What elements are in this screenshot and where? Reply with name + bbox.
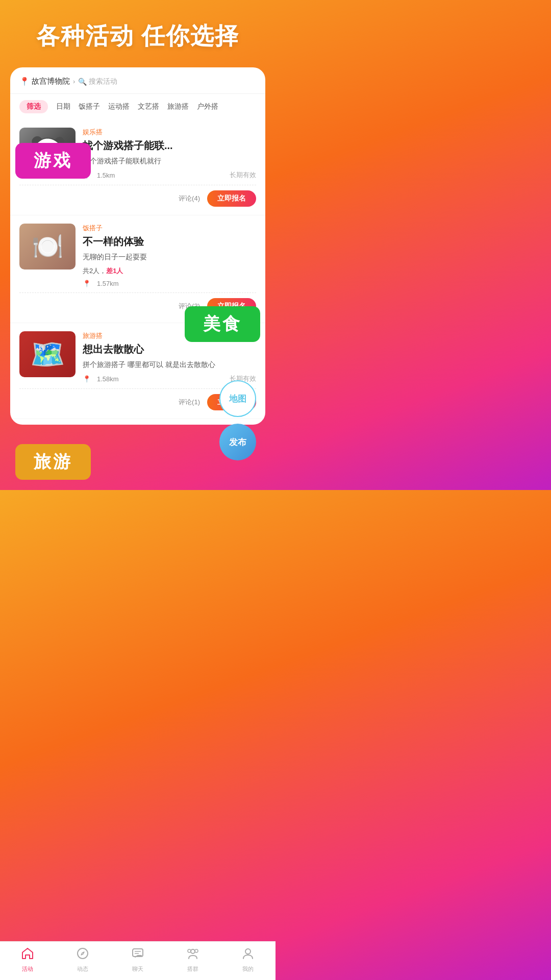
float-publish-button[interactable]: 发布 [219, 424, 256, 460]
diff-text-2: 差1人 [106, 267, 123, 275]
float-label-food: 美食 [185, 306, 260, 342]
activity-title-2: 不一样的体验 [83, 235, 256, 249]
main-card: 📍 故宫博物院 › 🔍 搜索活动 筛选 日期 饭搭子 运动搭 文艺搭 旅游搭 户… [10, 67, 265, 425]
participants-2: 共2人，差1人 [83, 266, 256, 276]
activity-category-1: 娱乐搭 [83, 128, 256, 137]
filter-row[interactable]: 筛选 日期 饭搭子 运动搭 文艺搭 旅游搭 户外搭 [10, 94, 265, 119]
filter-tag-date[interactable]: 日期 [56, 102, 70, 111]
activity-desc-2: 无聊的日子一起耍耍 [83, 252, 256, 262]
float-label-travel: 旅游 [15, 444, 91, 480]
valid-text-1: 长期有效 [230, 170, 256, 180]
location-text: 故宫博物院 [32, 77, 70, 86]
activity-top-2: 饭搭子 不一样的体验 无聊的日子一起耍耍 共2人，差1人 📍 1.57km [19, 224, 256, 287]
filter-tag-outdoor[interactable]: 户外搭 [197, 102, 218, 111]
search-icon: 🔍 [78, 78, 87, 86]
activity-desc-1: 找个游戏搭子能联机就行 [83, 156, 256, 166]
location-badge[interactable]: 📍 故宫博物院 [19, 77, 70, 86]
float-map-button[interactable]: 地图 [219, 380, 256, 417]
distance-icon-3: 📍 [83, 375, 91, 383]
activity-title-3: 想出去散散心 [83, 342, 256, 356]
activity-footer-1: 评论(4) 立即报名 [19, 185, 256, 207]
signup-button-1[interactable]: 立即报名 [207, 190, 256, 207]
arrow-right-icon: › [73, 78, 75, 85]
distance-icon-2: 📍 [83, 280, 91, 287]
filter-tag-art[interactable]: 文艺搭 [138, 102, 159, 111]
search-bar[interactable]: 📍 故宫博物院 › 🔍 搜索活动 [10, 77, 265, 94]
search-placeholder: 搜索活动 [89, 77, 117, 86]
activity-content-2: 饭搭子 不一样的体验 无聊的日子一起耍耍 共2人，差1人 📍 1.57km [83, 224, 256, 287]
location-icon: 📍 [19, 77, 30, 86]
filter-tag-food[interactable]: 饭搭子 [79, 102, 100, 111]
float-label-game: 游戏 [15, 143, 91, 179]
activity-content-1: 娱乐搭 找个游戏搭子能联... 找个游戏搭子能联机就行 📍 1.5km 长期有效 [83, 128, 256, 180]
distance-text-3: 1.58km [97, 375, 119, 383]
filter-tag-sport[interactable]: 运动搭 [108, 102, 130, 111]
filter-active-tag[interactable]: 筛选 [19, 100, 48, 113]
activity-desc-3: 拼个旅游搭子 哪里都可以 就是出去散散心 [83, 359, 256, 370]
activity-image-3 [19, 331, 76, 377]
comment-count-1: 评论(4) [179, 194, 200, 203]
distance-text-1: 1.5km [97, 172, 115, 179]
comment-count-3: 评论(1) [179, 398, 200, 407]
page-wrapper: 各种活动 任你选择 📍 故宫博物院 › 🔍 搜索活动 筛选 日期 饭搭子 运动搭… [0, 0, 276, 476]
activity-image-2 [19, 224, 76, 270]
activity-meta-2: 📍 1.57km [83, 280, 256, 287]
hero-title: 各种活动 任你选择 [0, 0, 276, 67]
activity-category-2: 饭搭子 [83, 224, 256, 233]
activity-title-1: 找个游戏搭子能联... [83, 139, 256, 153]
distance-text-2: 1.57km [97, 280, 119, 287]
activity-meta-1: 📍 1.5km 长期有效 [83, 170, 256, 180]
search-hint[interactable]: 🔍 搜索活动 [78, 77, 117, 86]
filter-tag-travel[interactable]: 旅游搭 [167, 102, 189, 111]
